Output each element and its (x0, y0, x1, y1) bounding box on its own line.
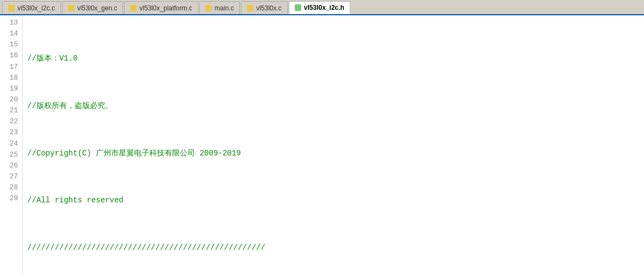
code-line-13: //版本：V1.0 (27, 53, 640, 65)
line-num-17: 17 (2, 62, 18, 73)
line-num-19: 19 (2, 83, 18, 94)
tab-icon-platform-c-file (130, 5, 137, 11)
tab-vl53l0x-c[interactable]: vl53l0x.c (241, 1, 288, 14)
tab-icon-vl53l0x-c-file (247, 5, 253, 11)
tab-vl53l0x-gen-c[interactable]: vl53l0x_gen.c (62, 1, 123, 14)
tab-vl53l0x-i2c-h[interactable]: vl53l0x_i2c.h (289, 1, 350, 14)
line-num-24: 24 (2, 139, 18, 149)
line-num-23: 23 (2, 127, 18, 138)
code-line-16: //All rights reserved (27, 195, 640, 207)
code-area: 13 14 15 16 17 18 19 20 21 22 23 24 25 2… (0, 15, 644, 276)
tab-label-vl53l0x-gen-c: vl53l0x_gen.c (77, 4, 117, 12)
line-num-29: 29 (2, 193, 18, 204)
code-line-14: //版权所有，盗版必究。 (27, 100, 640, 112)
line-num-20: 20 (2, 94, 18, 105)
tab-label-main-c: main.c (215, 4, 234, 12)
line-num-15: 15 (2, 39, 18, 50)
line-num-14: 14 (2, 28, 18, 39)
tab-main-c[interactable]: main.c (199, 1, 240, 14)
line-num-28: 28 (2, 182, 18, 193)
line-num-25: 25 (2, 149, 18, 160)
tab-label-vl53l0x-platform-c: vl53l0x_platform.c (139, 4, 192, 12)
line-num-26: 26 (2, 160, 18, 171)
tab-icon-c-file (8, 5, 15, 11)
tab-bar: vl53l0x_i2c.c vl53l0x_gen.c vl53l0x_plat… (0, 0, 644, 15)
tab-label-vl53l0x-i2c-h: vl53l0x_i2c.h (304, 4, 344, 11)
line-num-13: 13 (2, 17, 18, 28)
tab-vl53l0x-platform-c[interactable]: vl53l0x_platform.c (124, 1, 198, 14)
tab-vl53l0x-i2c-c[interactable]: vl53l0x_i2c.c (2, 1, 61, 14)
tab-icon-h-file (295, 4, 301, 11)
line-num-22: 22 (2, 116, 18, 127)
code-content[interactable]: //版本：V1.0 //版权所有，盗版必究。 //Copyright(C) 广州… (23, 15, 644, 276)
tab-icon-main-c-file (205, 5, 212, 11)
tab-icon-gen-c-file (68, 5, 75, 11)
code-line-17: ////////////////////////////////////////… (27, 242, 640, 254)
line-num-27: 27 (2, 171, 18, 182)
line-numbers: 13 14 15 16 17 18 19 20 21 22 23 24 25 2… (0, 15, 23, 276)
line-num-21: 21 (2, 105, 18, 116)
line-num-18: 18 (2, 73, 18, 83)
line-num-16: 16 (2, 50, 18, 61)
tab-label-vl53l0x-i2c-c: vl53l0x_i2c.c (17, 4, 55, 12)
code-line-15: //Copyright(C) 广州市星翼电子科技有限公司 2009-2019 (27, 148, 640, 160)
tab-label-vl53l0x-c: vl53l0x.c (256, 4, 282, 12)
